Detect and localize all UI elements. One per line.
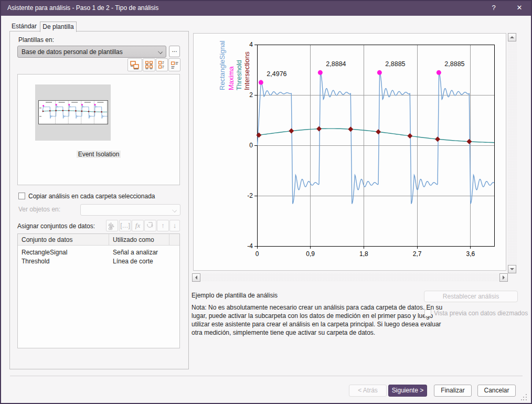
scroll-right-button[interactable] xyxy=(499,273,508,282)
arrow-up-icon: ↑ xyxy=(161,221,165,229)
view-details-button[interactable] xyxy=(168,58,180,71)
svg-text:2,8885: 2,8885 xyxy=(444,60,464,68)
view-objects-dropdown[interactable] xyxy=(80,204,180,216)
svg-text:0: 0 xyxy=(256,250,259,258)
tab-estandar[interactable]: Estándar xyxy=(12,22,36,31)
arrow-up-icon xyxy=(510,34,514,38)
back-button[interactable]: < Atrás xyxy=(349,385,387,397)
table-cell[interactable]: RectangleSignal xyxy=(22,249,67,256)
svg-text:-4: -4 xyxy=(247,242,253,250)
svg-text:2,8885: 2,8885 xyxy=(385,60,405,68)
templates-dropdown[interactable]: Base de datos personal de plantillas xyxy=(17,46,166,58)
scroll-down-button[interactable] xyxy=(508,265,516,273)
arrow-left-icon xyxy=(193,275,197,280)
svg-text:Maxima: Maxima xyxy=(227,66,235,90)
list-view-icon xyxy=(158,61,166,69)
svg-text:2,8884: 2,8884 xyxy=(326,60,346,68)
resize-grip[interactable] xyxy=(521,393,527,399)
note-text: Nota: No es absolutamente necesario crea… xyxy=(191,303,442,337)
copy-analysis-label: Copiar análisis en cada carpeta seleccio… xyxy=(28,193,155,200)
finish-button[interactable]: Finalizar xyxy=(434,385,472,397)
column-header-usedas[interactable]: Utilizado como xyxy=(109,234,169,246)
table-cell[interactable]: Threshold xyxy=(22,258,49,265)
copy-analysis-checkbox[interactable] xyxy=(18,193,25,199)
analysis-preview-chart: 420-2-400,91,82,73,62,49762,88842,88852,… xyxy=(193,33,506,271)
arrow-right-icon xyxy=(503,275,507,280)
template-name-label: Event Isolation xyxy=(17,151,180,158)
ellipsis-icon: […] xyxy=(120,222,130,229)
template-thumbnail xyxy=(38,100,108,124)
template-list[interactable] xyxy=(17,74,180,185)
preview-decimated-checkbox[interactable] xyxy=(424,310,431,316)
svg-text:3,6: 3,6 xyxy=(466,250,475,258)
resize-grip-icon xyxy=(521,394,527,400)
svg-text:2: 2 xyxy=(249,91,253,99)
arrow-down-icon: ↓ xyxy=(173,221,177,229)
window-title: Asistente para análisis - Paso 1 de 2 - … xyxy=(7,4,158,12)
signal-link-icon xyxy=(108,222,116,230)
details-view-icon xyxy=(171,61,178,69)
view-list-button[interactable] xyxy=(156,58,168,71)
chevron-down-icon xyxy=(173,208,177,212)
close-button[interactable]: ✕ xyxy=(510,0,528,16)
svg-text:0: 0 xyxy=(249,142,253,149)
formula-button[interactable]: fx xyxy=(132,220,144,231)
ellipsis-button[interactable]: […] xyxy=(119,220,131,231)
footer-separator xyxy=(10,376,523,376)
vertical-scrollbar[interactable] xyxy=(508,33,517,273)
link-dataset-button[interactable] xyxy=(106,220,118,231)
small-icons-icon xyxy=(145,61,153,69)
svg-text:RectangleSignal: RectangleSignal xyxy=(218,40,226,90)
preview-decimated-label: Vista previa con datos diezmados xyxy=(434,310,528,317)
scroll-up-button[interactable] xyxy=(508,33,516,41)
templates-in-label: Plantillas en: xyxy=(18,36,54,44)
browse-button[interactable]: ... xyxy=(169,46,180,57)
refresh-dataset-button[interactable] xyxy=(144,220,156,231)
svg-text:2,7: 2,7 xyxy=(413,250,422,258)
paste-refresh-icon xyxy=(146,222,154,230)
view-small-icons-button[interactable] xyxy=(143,58,155,71)
chevron-down-icon xyxy=(158,49,163,54)
svg-text:4: 4 xyxy=(249,41,253,48)
move-up-button[interactable]: ↑ xyxy=(157,220,169,231)
cancel-button[interactable]: Cancelar xyxy=(477,385,516,397)
title-bar: Asistente para análisis - Paso 1 de 2 - … xyxy=(0,0,532,16)
horizontal-scrollbar[interactable] xyxy=(192,273,508,282)
view-objects-label: Ver objetos en: xyxy=(18,206,60,213)
tab-de-plantilla[interactable]: De plantilla xyxy=(40,22,77,32)
svg-text:2,4976: 2,4976 xyxy=(267,70,286,78)
fx-icon: fx xyxy=(135,221,140,229)
svg-text:-2: -2 xyxy=(247,192,253,199)
view-large-icons-button[interactable] xyxy=(127,58,142,71)
column-header-dataset[interactable]: Conjunto de datos xyxy=(18,234,109,246)
move-down-button[interactable]: ↓ xyxy=(169,220,180,231)
help-button[interactable]: ? xyxy=(485,0,503,16)
example-label: Ejemplo de plantilla de análisis xyxy=(191,292,278,299)
arrow-down-icon xyxy=(510,268,514,272)
large-icons-icon xyxy=(130,61,140,69)
datasets-table[interactable]: Conjunto de datos Utilizado como Rectang… xyxy=(17,233,180,348)
svg-text:Threshold: Threshold xyxy=(235,60,243,90)
next-button[interactable]: Siguiente > xyxy=(388,385,427,397)
svg-text:1,8: 1,8 xyxy=(359,250,368,258)
svg-text:Intersections: Intersections xyxy=(243,51,251,90)
table-cell[interactable]: Línea de corte xyxy=(113,258,153,265)
scroll-left-button[interactable] xyxy=(192,273,200,282)
reset-analysis-button[interactable]: Restablecer análisis xyxy=(424,291,518,302)
templates-dropdown-value: Base de datos personal de plantillas xyxy=(22,48,123,56)
svg-text:0,9: 0,9 xyxy=(306,250,315,258)
table-cell[interactable]: Señal a analizar xyxy=(113,249,158,256)
assign-datasets-label: Asignar conjuntos de datos: xyxy=(17,222,95,230)
column-header-empty xyxy=(169,234,179,246)
